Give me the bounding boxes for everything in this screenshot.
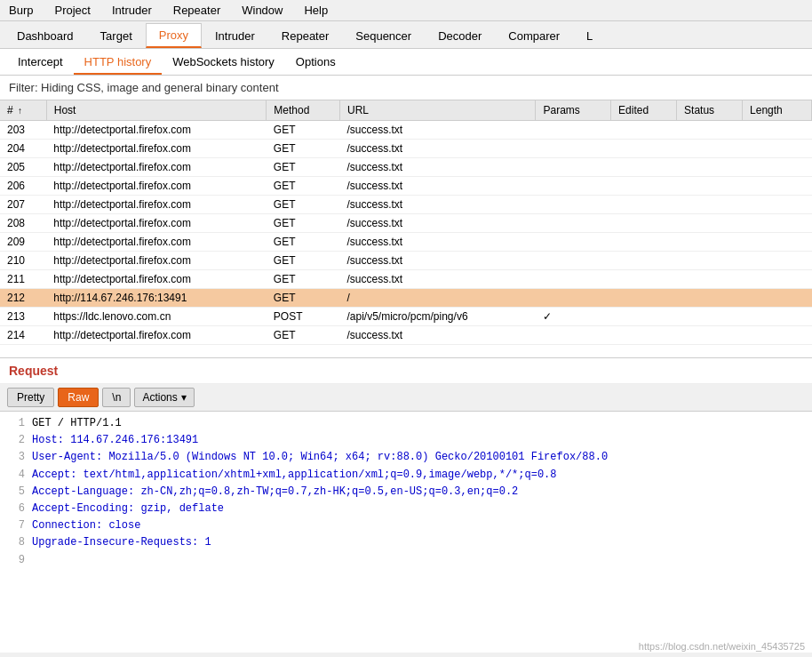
request-line: 9 — [7, 552, 805, 569]
request-toolbar: Pretty Raw \n Actions ▾ — [0, 384, 812, 412]
actions-label: Actions — [142, 391, 177, 404]
tab-proxy[interactable]: Proxy — [146, 23, 202, 48]
line-number: 1 — [7, 415, 25, 432]
line-number: 7 — [7, 517, 25, 534]
menu-project[interactable]: Project — [51, 2, 93, 19]
line-number: 3 — [7, 449, 25, 466]
tab-options[interactable]: Options — [285, 51, 346, 75]
http-history-table: # ↑ Host Method URL Params Edited Status… — [0, 100, 812, 358]
table-row[interactable]: 212http://114.67.246.176:13491GET/ — [0, 289, 812, 308]
line-text: User-Agent: Mozilla/5.0 (Windows NT 10.0… — [32, 449, 608, 466]
col-num[interactable]: # ↑ — [0, 100, 46, 121]
table-row[interactable]: 211http://detectportal.firefox.comGET/su… — [0, 270, 812, 289]
col-method[interactable]: Method — [267, 100, 340, 121]
table-row[interactable]: 206http://detectportal.firefox.comGET/su… — [0, 177, 812, 196]
line-number: 8 — [7, 534, 25, 551]
watermark: https://blog.csdn.net/weixin_45435725 — [639, 641, 805, 652]
line-number: 2 — [7, 432, 25, 449]
line-text: Host: 114.67.246.176:13491 — [32, 432, 198, 449]
col-edited[interactable]: Edited — [611, 100, 677, 121]
table-row[interactable]: 203http://detectportal.firefox.comGET/su… — [0, 121, 812, 140]
menu-intruder[interactable]: Intruder — [108, 2, 155, 19]
filter-text: Filter: Hiding CSS, image and general bi… — [9, 81, 279, 94]
request-line: 1GET / HTTP/1.1 — [7, 415, 805, 432]
table-row[interactable]: 214http://detectportal.firefox.comGET/su… — [0, 326, 812, 345]
col-url[interactable]: URL — [340, 100, 536, 121]
sub-tab-bar: Intercept HTTP history WebSockets histor… — [0, 49, 812, 76]
table-row[interactable]: 204http://detectportal.firefox.comGET/su… — [0, 140, 812, 158]
table-row[interactable]: 210http://detectportal.firefox.comGET/su… — [0, 252, 812, 270]
tab-comparer[interactable]: Comparer — [495, 24, 573, 47]
dropdown-arrow-icon: ▾ — [181, 391, 187, 404]
line-number: 9 — [7, 552, 25, 569]
line-text: Connection: close — [32, 517, 140, 534]
line-number: 6 — [7, 501, 25, 517]
pretty-button[interactable]: Pretty — [7, 388, 54, 407]
menu-repeater[interactable]: Repeater — [170, 2, 224, 19]
tab-intercept[interactable]: Intercept — [7, 51, 74, 75]
tab-repeater[interactable]: Repeater — [268, 24, 342, 47]
request-line: 2Host: 114.67.246.176:13491 — [7, 432, 805, 449]
col-host[interactable]: Host — [46, 100, 267, 121]
tab-intruder[interactable]: Intruder — [202, 24, 268, 47]
request-line: 7Connection: close — [7, 517, 805, 534]
line-number: 4 — [7, 467, 25, 484]
tab-websockets-history[interactable]: WebSockets history — [162, 51, 285, 75]
tab-dashboard[interactable]: Dashboard — [4, 24, 87, 47]
line-number: 5 — [7, 484, 25, 501]
col-length[interactable]: Length — [743, 100, 812, 121]
request-line: 8Upgrade-Insecure-Requests: 1 — [7, 534, 805, 551]
line-text: Accept-Language: zh-CN,zh;q=0.8,zh-TW;q=… — [32, 484, 518, 501]
tab-target[interactable]: Target — [87, 24, 146, 47]
line-text: Accept-Encoding: gzip, deflate — [32, 501, 224, 517]
table-header-row: # ↑ Host Method URL Params Edited Status… — [0, 100, 812, 121]
table-row[interactable]: 209http://detectportal.firefox.comGET/su… — [0, 233, 812, 252]
main-tab-bar: Dashboard Target Proxy Intruder Repeater… — [0, 21, 812, 49]
table-row[interactable]: 213https://ldc.lenovo.com.cnPOST/api/v5/… — [0, 308, 812, 326]
table-row[interactable]: 208http://detectportal.firefox.comGET/su… — [0, 214, 812, 233]
request-panel: Request Pretty Raw \n Actions ▾ 1GET / H… — [0, 358, 812, 653]
menu-burp[interactable]: Burp — [5, 2, 36, 19]
filter-bar[interactable]: Filter: Hiding CSS, image and general bi… — [0, 76, 812, 100]
request-line: 6Accept-Encoding: gzip, deflate — [7, 501, 805, 517]
ln-button[interactable]: \n — [102, 388, 131, 407]
tab-sequencer[interactable]: Sequencer — [342, 24, 425, 47]
tab-extra[interactable]: L — [573, 24, 606, 47]
request-line: 4Accept: text/html,application/xhtml+xml… — [7, 467, 805, 484]
table-row[interactable]: 205http://detectportal.firefox.comGET/su… — [0, 158, 812, 177]
col-status[interactable]: Status — [677, 100, 743, 121]
col-params[interactable]: Params — [536, 100, 611, 121]
table-row[interactable]: 207http://detectportal.firefox.comGET/su… — [0, 196, 812, 214]
line-text: GET / HTTP/1.1 — [32, 415, 122, 432]
main-content: Intercept HTTP history WebSockets histor… — [0, 49, 812, 653]
request-title: Request — [0, 358, 812, 384]
menu-window[interactable]: Window — [238, 2, 286, 19]
menu-help[interactable]: Help — [300, 2, 331, 19]
request-line: 5Accept-Language: zh-CN,zh;q=0.8,zh-TW;q… — [7, 484, 805, 501]
line-text: Accept: text/html,application/xhtml+xml,… — [32, 467, 557, 484]
line-text: Upgrade-Insecure-Requests: 1 — [32, 534, 211, 551]
raw-button[interactable]: Raw — [58, 388, 99, 407]
request-line: 3User-Agent: Mozilla/5.0 (Windows NT 10.… — [7, 449, 805, 466]
tab-http-history[interactable]: HTTP history — [74, 51, 163, 75]
request-body: 1GET / HTTP/1.12Host: 114.67.246.176:134… — [0, 412, 812, 653]
actions-dropdown[interactable]: Actions ▾ — [134, 388, 194, 407]
tab-decoder[interactable]: Decoder — [425, 24, 495, 47]
menu-bar: Burp Project Intruder Repeater Window He… — [0, 0, 812, 21]
